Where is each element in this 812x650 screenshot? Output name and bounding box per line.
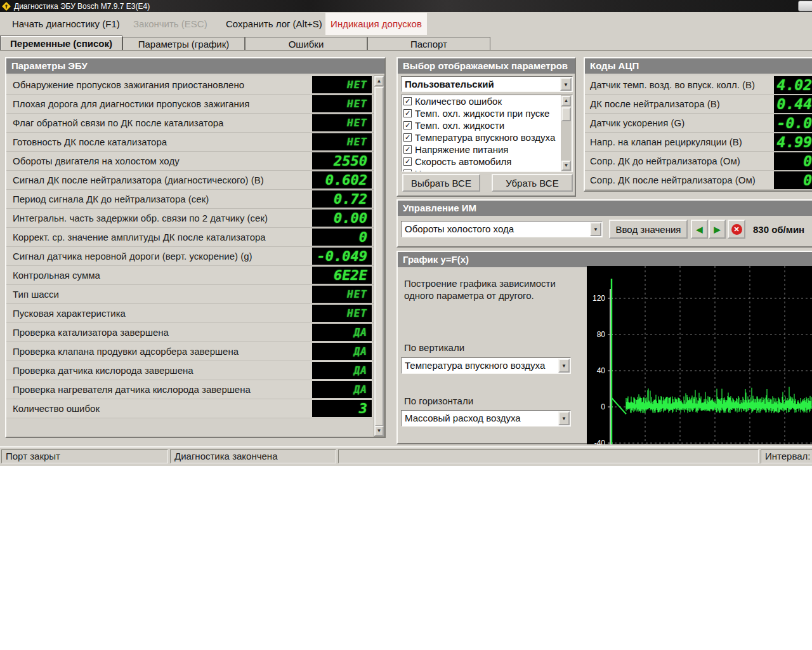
ecu-params-header: Параметры ЭБУ: [6, 58, 384, 74]
window-controls[interactable]: [798, 1, 812, 11]
param-list-item[interactable]: ✓Количество ошибок: [402, 95, 572, 107]
param-row: Проверка датчика кислорода завершенаДА: [6, 361, 377, 380]
param-row: Коррект. ср. значение амплитуды ДК после…: [6, 228, 377, 247]
param-row: Сигнал датчика неровной дороги (верт. ус…: [6, 247, 377, 266]
adc-table: Датчик темп. возд. во впуск. колл. (В)4.…: [585, 76, 812, 190]
param-label: Проверка датчика кислорода завершена: [13, 361, 193, 380]
adc-value-display: -0.0: [774, 114, 812, 132]
checkbox-icon[interactable]: ✓: [403, 97, 412, 105]
param-row: Тип шассиНЕТ: [6, 285, 377, 304]
param-value-display: НЕТ: [312, 133, 372, 150]
param-label: Обороты двигателя на холостом ходу: [13, 152, 180, 170]
param-row: Проверка нагревателя датчика кислорода з…: [6, 380, 377, 399]
tab-passport[interactable]: Паспорт: [367, 37, 490, 50]
param-label: Интегральн. часть задержки обр. связи по…: [13, 209, 268, 227]
param-list-item[interactable]: ✓Температура впускного воздуха: [402, 131, 572, 143]
preset-value: Пользовательский: [405, 77, 560, 91]
param-list-scrollbar[interactable]: ▲ ▼: [561, 95, 572, 171]
param-label: Количество ошибок: [13, 399, 100, 418]
chevron-down-icon[interactable]: ▼: [558, 359, 570, 373]
param-row: Флаг обратной связи по ДК после катализа…: [6, 114, 377, 133]
param-label: Проверка нагревателя датчика кислорода з…: [13, 380, 251, 399]
param-list-item[interactable]: ✓Напряжение питания: [402, 143, 572, 156]
start-diagnostics-button[interactable]: Начать диагностику (F1): [12, 12, 120, 36]
param-list-item-label: Напряжение питания: [415, 144, 508, 155]
vertical-axis-value: Температура впускного воздуха: [405, 358, 558, 373]
adc-label: Сопр. ДК после нейтрализатора (Ом): [590, 171, 756, 189]
param-list-item[interactable]: ✓Скорость автомобиля: [402, 156, 572, 168]
chevron-down-icon[interactable]: ▼: [560, 77, 572, 91]
scroll-up-icon[interactable]: ▲: [374, 76, 384, 86]
clear-all-button[interactable]: Убрать ВСЕ: [492, 174, 573, 192]
svg-text:120: 120: [593, 294, 605, 303]
ecu-params-scrollbar[interactable]: ▲ ▼: [374, 76, 384, 437]
actuator-combobox[interactable]: Обороты холостого хода ▼: [401, 221, 603, 237]
finish-button: Закончить (ESC): [133, 12, 207, 36]
ecu-params-table: Обнаружение пропусков зажигания приостан…: [6, 76, 377, 418]
status-empty: [338, 449, 759, 463]
checkbox-icon[interactable]: ✓: [403, 157, 412, 166]
select-all-button[interactable]: Выбрать ВСЕ: [402, 174, 480, 192]
save-log-button[interactable]: Сохранить лог (Alt+S): [226, 12, 322, 36]
chevron-down-icon[interactable]: ▼: [558, 411, 570, 425]
scroll-down-icon[interactable]: ▼: [374, 426, 384, 436]
param-value-display: 0.72: [312, 190, 372, 208]
graph-panel: График y=F(x) Построение графика зависим…: [396, 251, 812, 444]
status-port: Порт закрыт: [1, 449, 168, 463]
adc-panel: Коды АЦП Датчик темп. возд. во впуск. ко…: [584, 57, 812, 192]
vertical-axis-combobox[interactable]: Температура впускного воздуха ▼: [401, 357, 571, 374]
adc-value-display: 0: [774, 171, 812, 189]
checkbox-icon[interactable]: ✓: [403, 169, 412, 172]
param-value-display: НЕТ: [312, 76, 372, 93]
enter-value-button[interactable]: Ввод значения: [609, 220, 688, 239]
param-list-item-label: Темп. охл. жидкости при пуске: [415, 108, 549, 119]
param-value-display: 0.00: [312, 209, 372, 227]
param-row: Обороты двигателя на холостом ходу2550: [6, 152, 377, 171]
actuator-panel: Управление ИМ Обороты холостого хода ▼ В…: [396, 199, 812, 248]
status-bar: Порт закрыт Диагностика закончена Интерв…: [0, 446, 812, 465]
param-list-item-label: Темп. охл. жидкости: [415, 120, 504, 131]
param-checkbox-list[interactable]: ✓Количество ошибок✓Темп. охл. жидкости п…: [401, 95, 573, 172]
checkbox-icon[interactable]: ✓: [403, 133, 412, 142]
param-value-display: 2550: [312, 152, 372, 169]
tab-underline: [0, 50, 812, 51]
param-value-display: НЕТ: [312, 114, 372, 131]
param-row: Плохая дорога для диагностики пропусков …: [6, 95, 377, 114]
tab-errors[interactable]: Ошибки: [245, 37, 367, 50]
decrease-arrow-button[interactable]: ◀: [691, 220, 708, 239]
param-label: Сигнал датчика неровной дороги (верт. ус…: [13, 247, 252, 265]
checkbox-icon[interactable]: ✓: [403, 109, 412, 117]
ecu-params-panel: Параметры ЭБУ Обнаружение пропусков зажи…: [5, 57, 386, 438]
close-icon: ✕: [731, 224, 742, 235]
param-list-item[interactable]: ✓Угол опережения зажигания: [402, 168, 572, 172]
actuator-value: Обороты холостого хода: [405, 222, 589, 237]
checkbox-icon[interactable]: ✓: [403, 145, 412, 154]
scrollbar-thumb[interactable]: [561, 107, 571, 121]
horizontal-axis-combobox[interactable]: Массовый расход воздуха ▼: [401, 410, 571, 427]
param-value-display: НЕТ: [312, 95, 372, 112]
stop-button[interactable]: ✕: [728, 220, 745, 239]
preset-combobox[interactable]: Пользовательский ▼: [401, 76, 573, 92]
toolbar: Начать диагностику (F1) Закончить (ESC) …: [0, 12, 812, 36]
param-select-panel: Выбор отображаемых параметров Пользовате…: [396, 57, 576, 197]
param-label: Контрольная сумма: [13, 266, 100, 284]
param-list-item[interactable]: ✓Темп. охл. жидкости при пуске: [402, 107, 572, 119]
adc-label: Напр. на клапан рециркуляции (В): [590, 133, 742, 151]
svg-text:0: 0: [601, 402, 605, 411]
param-value-display: -0.049: [312, 248, 372, 265]
tab-variables-list[interactable]: Переменные (список): [0, 36, 122, 51]
scroll-down-icon[interactable]: ▼: [561, 161, 571, 171]
scroll-up-icon[interactable]: ▲: [561, 96, 571, 106]
adc-row: Датчик темп. возд. во впуск. колл. (В)4.…: [585, 76, 812, 95]
scrollbar-thumb[interactable]: [374, 87, 384, 427]
adc-value-display: 0: [774, 152, 812, 170]
tab-parameters-graph[interactable]: Параметры (график): [122, 37, 245, 50]
param-list-item[interactable]: ✓Темп. охл. жидкости: [402, 119, 572, 131]
increase-arrow-button[interactable]: ▶: [709, 220, 726, 239]
checkbox-icon[interactable]: ✓: [403, 121, 412, 129]
param-label: Проверка клапана продувки адсорбера заве…: [13, 342, 239, 361]
chevron-down-icon[interactable]: ▼: [590, 222, 601, 236]
tolerance-indication-button[interactable]: Индикация допусков: [325, 13, 427, 35]
param-list-item-label: Угол опережения зажигания: [415, 168, 539, 172]
param-value-display: НЕТ: [312, 286, 372, 303]
